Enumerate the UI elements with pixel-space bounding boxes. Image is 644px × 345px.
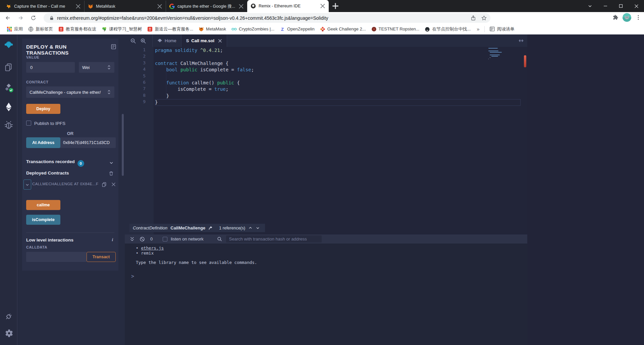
tab-close-icon[interactable]	[157, 4, 162, 9]
tab-close-icon[interactable]	[320, 3, 325, 9]
bookmark-item[interactable]: TESTNET Ropsten...	[369, 25, 422, 33]
bookmark-label: 新道云—教育服务...	[155, 26, 193, 32]
peek-references[interactable]: 1 reference(s)	[219, 226, 245, 230]
bookmark-item[interactable]: Geek Challenge 2...	[317, 25, 369, 33]
terminal-prompt[interactable]: >	[131, 274, 527, 279]
terminal-toggle-icon[interactable]	[129, 236, 135, 242]
activity-settings[interactable]	[3, 328, 14, 339]
bookmark-item[interactable]: 新道云—教育服务...	[145, 25, 196, 33]
reload-button[interactable]	[28, 13, 38, 23]
clear-console-icon[interactable]	[140, 236, 145, 242]
code-line[interactable]: function callme() public {	[155, 80, 521, 86]
panel-scrollbar[interactable]	[122, 114, 124, 176]
editor-tab[interactable]: SCall me.sol	[181, 34, 227, 47]
toggle-panel-icon[interactable]	[518, 38, 524, 44]
bookmark-item[interactable]: MetaMask	[196, 25, 229, 33]
forward-button[interactable]	[15, 13, 25, 23]
terminal-list-item[interactable]: ethers.js	[136, 246, 527, 251]
browser-tab[interactable]: MetaMask	[84, 1, 166, 12]
menu-dots-icon[interactable]	[635, 14, 641, 20]
browser-tab[interactable]: capture the ether - Google 搜...	[166, 1, 247, 12]
remove-instance-icon[interactable]	[111, 182, 116, 187]
new-tab-button[interactable]	[331, 1, 340, 11]
bookmark-item[interactable]: CryptoZombies |...	[229, 25, 277, 33]
editor-tab[interactable]: Home	[152, 34, 181, 47]
activity-plugin-manager[interactable]	[3, 311, 14, 322]
bookmark-item[interactable]: 课程学习_智慧树	[99, 25, 145, 33]
bookmark-item[interactable]: 教育服务都在这	[56, 25, 99, 33]
publish-ipfs-checkbox[interactable]	[26, 121, 31, 126]
address-bar[interactable]: remix.ethereum.org/#optimize=false&runs=…	[44, 13, 490, 23]
callme-button[interactable]: callme	[26, 200, 60, 210]
code-editor[interactable]: 123456789 pragma solidity ^0.4.21; contr…	[125, 47, 527, 234]
code-line[interactable]: }	[155, 93, 521, 99]
documentation-icon[interactable]	[111, 44, 116, 50]
line-number: 3	[125, 60, 146, 67]
iscomplete-button[interactable]: isComplete	[26, 215, 60, 225]
chevron-down-icon[interactable]	[256, 226, 260, 230]
minimize-button[interactable]	[598, 0, 613, 12]
bookmark-item[interactable]: ZOpenZeppelin	[277, 25, 317, 33]
code-line[interactable]	[155, 54, 521, 60]
activity-solidity-compiler[interactable]	[3, 82, 14, 93]
browser-tab[interactable]: Remix - Ethereum IDE	[247, 0, 329, 12]
editor-scrollbar-thumb[interactable]	[524, 55, 526, 67]
unit-select[interactable]: Wei	[79, 62, 114, 73]
profile-avatar[interactable]	[623, 13, 631, 22]
activity-deploy-run[interactable]	[3, 101, 14, 113]
google-favicon-icon	[169, 4, 175, 9]
browser-tab[interactable]: Capture the Ether - Call me	[3, 1, 84, 12]
bookmark-item[interactable]: 应用	[4, 25, 25, 33]
zoom-out-icon[interactable]	[130, 38, 136, 44]
at-address-input[interactable]	[60, 137, 116, 148]
collapse-chevron-icon[interactable]	[109, 160, 114, 165]
code-line[interactable]	[155, 73, 521, 80]
activity-debugger[interactable]	[3, 119, 14, 131]
tab-close-icon[interactable]	[218, 39, 222, 43]
code-line[interactable]: isComplete = true;	[155, 86, 521, 92]
transact-button[interactable]: Transact	[87, 252, 116, 262]
deploy-button[interactable]: Deploy	[26, 104, 60, 114]
tab-close-icon[interactable]	[238, 4, 244, 9]
reading-list-button[interactable]: 阅读清单	[486, 26, 518, 32]
close-window-button[interactable]	[629, 0, 644, 12]
calldata-input[interactable]	[26, 252, 87, 262]
code-line[interactable]: bool public isComplete = false;	[155, 67, 521, 73]
trash-icon[interactable]	[109, 171, 114, 176]
minimap[interactable]	[488, 48, 517, 60]
tab-search-button[interactable]	[582, 0, 598, 12]
extensions-icon[interactable]	[612, 14, 619, 20]
listen-network-checkbox[interactable]	[163, 237, 167, 242]
back-button[interactable]	[3, 13, 13, 23]
activity-remix-home[interactable]	[3, 39, 14, 51]
code-line[interactable]: contract CallMeChallenge {	[155, 60, 521, 67]
code-line[interactable]: pragma solidity ^0.4.21;	[155, 47, 521, 54]
line-number: 8	[125, 93, 146, 99]
value-input[interactable]	[26, 62, 75, 73]
activity-file-explorer[interactable]	[3, 62, 14, 73]
contract-select[interactable]: CallMeChallenge - capture the ether/	[26, 86, 114, 98]
chevron-up-icon[interactable]	[248, 226, 253, 230]
url-text[interactable]: remix.ethereum.org/#optimize=false&runs=…	[57, 15, 466, 21]
jump-arrow-icon[interactable]	[208, 225, 213, 230]
info-icon[interactable]: i	[112, 237, 113, 243]
at-address-button[interactable]: At Address	[26, 137, 60, 148]
bookmark-item[interactable]: 新标签页	[25, 25, 56, 33]
zoom-in-icon[interactable]	[140, 38, 146, 44]
library-link[interactable]: ethers.js	[141, 246, 164, 251]
bookmarks-overflow[interactable]: »	[473, 26, 483, 32]
line-number: 2	[125, 54, 146, 60]
bookmark-item[interactable]: 在节点控制台中找...	[422, 25, 473, 33]
instance-expand-button[interactable]	[23, 180, 31, 190]
copy-icon[interactable]	[102, 182, 107, 187]
terminal-search-input[interactable]	[226, 235, 322, 243]
code-area[interactable]: pragma solidity ^0.4.21; contract CallMe…	[155, 47, 521, 106]
instance-label[interactable]: CALLMECHALLENGE AT 0X84E...F	[32, 182, 101, 186]
maximize-button[interactable]	[613, 0, 629, 12]
code-line[interactable]: }	[155, 99, 521, 106]
fox-icon	[199, 26, 204, 32]
bookmark-star-icon[interactable]	[481, 15, 487, 21]
share-icon[interactable]	[470, 15, 476, 21]
line-number: 5	[125, 73, 146, 80]
tab-close-icon[interactable]	[75, 4, 81, 9]
